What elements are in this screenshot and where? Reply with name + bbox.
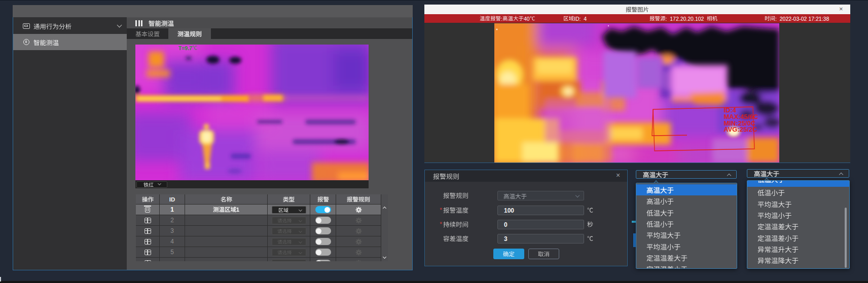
svg-text:AVG:25/2C: AVG:25/2C bbox=[724, 126, 757, 133]
